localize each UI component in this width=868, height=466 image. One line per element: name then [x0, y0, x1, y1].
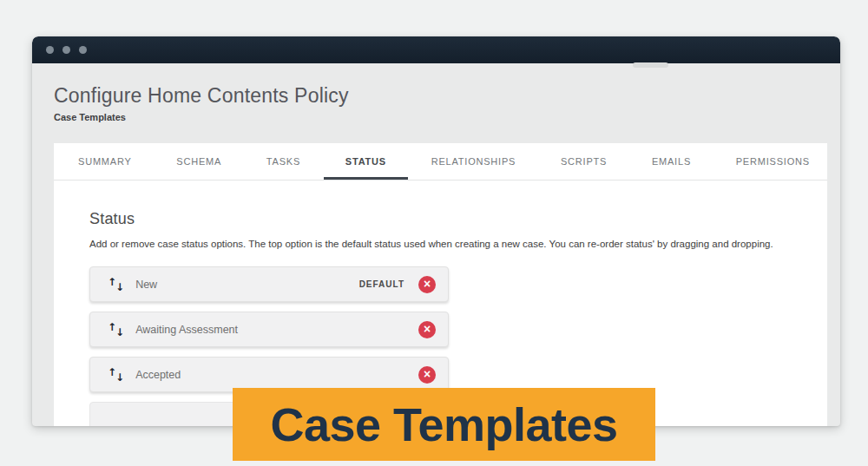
status-label: Accepted	[135, 369, 418, 381]
tab-permissions[interactable]: PERMISSIONS	[736, 143, 810, 180]
tab-schema[interactable]: SCHEMA	[176, 143, 221, 180]
overlay-banner-text: Case Templates	[270, 397, 617, 451]
tab-status[interactable]: STATUS	[345, 143, 386, 180]
reorder-handle-icon[interactable]: ↑ ↓	[108, 279, 124, 290]
tab-tasks[interactable]: TASKS	[266, 143, 300, 180]
tab-scripts[interactable]: SCRIPTS	[561, 143, 607, 180]
status-label: Awaiting Assessment	[135, 324, 418, 336]
tab-summary[interactable]: SUMMARY	[78, 143, 132, 180]
close-icon: ×	[424, 368, 431, 380]
status-label: New	[135, 279, 359, 291]
window-control-dot[interactable]	[62, 46, 70, 54]
window-titlebar	[32, 36, 840, 63]
status-row-new[interactable]: ↑ ↓ New DEFAULT ×	[89, 266, 449, 302]
scrollbar-thumb[interactable]	[633, 62, 668, 68]
delete-status-button[interactable]: ×	[418, 321, 436, 338]
content-card: SUMMARY SCHEMA TASKS STATUS RELATIONSHIP…	[54, 143, 827, 426]
tab-emails[interactable]: EMAILS	[652, 143, 691, 180]
tab-bar: SUMMARY SCHEMA TASKS STATUS RELATIONSHIP…	[54, 143, 827, 180]
section-heading: Status	[89, 210, 827, 228]
section-description: Add or remove case status options. The t…	[89, 237, 792, 252]
tab-relationships[interactable]: RELATIONSHIPS	[431, 143, 516, 180]
overlay-banner: Case Templates	[233, 388, 655, 461]
status-row-awaiting-assessment[interactable]: ↑ ↓ Awaiting Assessment ×	[89, 312, 449, 347]
page-header: Configure Home Contents Policy Case Temp…	[32, 63, 840, 143]
window-control-dot[interactable]	[46, 46, 54, 54]
close-icon: ×	[424, 323, 431, 335]
delete-status-button[interactable]: ×	[418, 276, 436, 293]
reorder-handle-icon[interactable]: ↑ ↓	[108, 325, 124, 335]
page-title: Configure Home Contents Policy	[54, 84, 349, 108]
window-control-dot[interactable]	[79, 46, 87, 54]
breadcrumb: Case Templates	[54, 112, 126, 122]
default-badge: DEFAULT	[359, 279, 404, 289]
app-window: Configure Home Contents Policy Case Temp…	[32, 36, 840, 426]
reorder-handle-icon[interactable]: ↑ ↓	[108, 370, 124, 380]
status-row-accepted[interactable]: ↑ ↓ Accepted ×	[89, 357, 449, 392]
delete-status-button[interactable]: ×	[418, 366, 436, 384]
close-icon: ×	[424, 278, 431, 290]
